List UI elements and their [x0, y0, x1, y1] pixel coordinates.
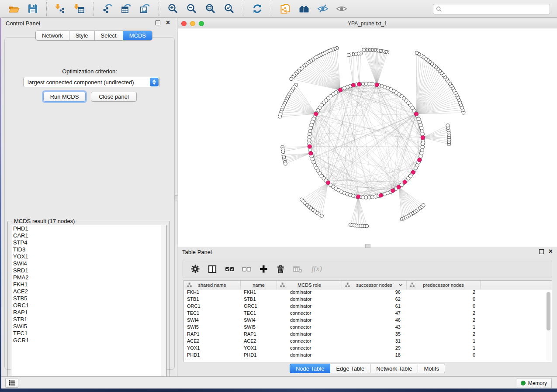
column-header-predecessor-nodes[interactable]: predecessor nodes [407, 281, 481, 289]
mcds-node-item[interactable]: SRD1 [11, 267, 166, 274]
cell-successor_nodes: 18 [342, 352, 407, 359]
table-panel-close-button[interactable]: × [549, 248, 553, 255]
import-network-icon[interactable] [55, 3, 66, 15]
clone-network-icon[interactable] [279, 3, 291, 15]
mcds-result-list[interactable]: PHD1CAR1STP4TID3YOX1SWI4SRD1PMA2FKH1ACE2… [11, 225, 167, 380]
tab-style[interactable]: Style [69, 31, 94, 40]
table-row[interactable]: SWI4SWI4dominator462 [184, 317, 552, 324]
application-window: Control Panel × NetworkStyleSelectMCDS O… [0, 0, 557, 392]
tab-network[interactable]: Network [36, 31, 69, 40]
memory-button[interactable]: Memory [517, 378, 552, 388]
mcds-node-item[interactable]: GCR1 [11, 337, 166, 344]
search-input[interactable] [442, 5, 547, 14]
network-canvas[interactable] [178, 28, 557, 247]
close-panel-button[interactable]: Close panel [91, 92, 137, 102]
hide-selected-icon[interactable] [317, 3, 329, 15]
run-mcds-button[interactable]: Run MCDS [43, 92, 86, 102]
cell-mcds_role: dominator [277, 352, 342, 359]
delete-column-icon[interactable] [275, 264, 286, 274]
tab-edge-table[interactable]: Edge Table [330, 364, 370, 373]
cell-shared_name: YOX1 [184, 345, 241, 352]
mcds-node-item[interactable]: STB5 [11, 295, 166, 302]
zoom-selected-icon[interactable] [223, 3, 235, 15]
mcds-node-item[interactable]: ORC1 [11, 302, 166, 309]
table-row[interactable]: FKH1FKH1dominator962 [184, 289, 552, 296]
cell-predecessor_nodes: 1 [407, 345, 481, 352]
tab-select[interactable]: Select [94, 31, 123, 40]
network-window-titlebar[interactable]: YPA_prune.txt_1 [178, 19, 557, 28]
select-all-checks-icon[interactable] [224, 264, 235, 274]
zoom-fit-icon[interactable] [204, 3, 216, 15]
cell-predecessor_nodes: 0 [407, 296, 481, 303]
save-session-icon[interactable] [27, 3, 38, 15]
column-header-name[interactable]: name [241, 281, 277, 289]
add-column-icon[interactable] [258, 264, 269, 274]
open-file-icon[interactable] [8, 3, 20, 15]
table-row[interactable]: STB1STB1dominator620 [184, 296, 552, 303]
table-panel-float-button[interactable] [539, 249, 544, 254]
refresh-icon[interactable] [251, 3, 263, 15]
mcds-node-item[interactable]: SWI4 [11, 260, 166, 267]
column-header-successor-nodes[interactable]: successor nodes [342, 281, 407, 289]
export-image-icon[interactable] [139, 3, 151, 15]
table-row[interactable]: RAP1RAP1dominator352 [184, 331, 552, 338]
column-header-MCDS-role[interactable]: MCDS role [277, 281, 342, 289]
table-scrollbar[interactable] [546, 291, 551, 361]
table-row[interactable]: SWI5SWI5connector431 [184, 324, 552, 331]
horizontal-splitter-handle[interactable] [365, 244, 370, 248]
tab-node-table[interactable]: Node Table [290, 364, 331, 373]
cell-predecessor_nodes: 2 [407, 310, 481, 317]
mcds-node-item[interactable]: ACE2 [11, 288, 166, 295]
mcds-list-scrollbar[interactable] [161, 225, 166, 379]
tab-mcds[interactable]: MCDS [123, 31, 152, 40]
mcds-node-item[interactable]: PMA2 [11, 274, 166, 281]
control-panel-float-button[interactable] [156, 21, 160, 25]
control-panel-close-button[interactable]: × [166, 19, 170, 27]
status-bar: Memory [0, 376, 557, 389]
cell-successor_nodes: 31 [342, 338, 407, 345]
split-columns-icon[interactable] [207, 264, 218, 274]
unselect-all-checks-icon[interactable] [241, 264, 252, 274]
search-box[interactable] [433, 4, 550, 14]
toolbar-separator [46, 2, 47, 16]
zoom-in-icon[interactable] [167, 3, 179, 15]
table-row[interactable]: TEC1TEC1connector472 [184, 310, 552, 317]
first-neighbors-icon[interactable] [298, 3, 310, 15]
settings-gear-icon[interactable] [190, 264, 201, 274]
mcds-result-group: MCDS result (17 nodes) PHD1CAR1STP4TID3Y… [7, 221, 170, 383]
cell-shared_name: RAP1 [184, 331, 241, 338]
table-row[interactable]: YOX1YOX1connector291 [184, 345, 552, 352]
cell-name: STB1 [241, 296, 277, 303]
table-row[interactable]: ACE2ACE2connector311 [184, 338, 552, 345]
column-header-shared-name[interactable]: shared name [184, 281, 241, 289]
task-history-button[interactable] [5, 378, 18, 388]
mcds-node-item[interactable]: SWI5 [11, 323, 166, 330]
zoom-out-icon[interactable] [186, 3, 197, 15]
mcds-node-item[interactable]: PHD1 [11, 225, 166, 232]
cell-mcds_role: dominator [277, 289, 342, 296]
tab-motifs[interactable]: Motifs [418, 364, 445, 373]
cell-shared_name: SWI4 [184, 317, 241, 324]
cell-predecessor_nodes: 1 [407, 324, 481, 331]
mcds-node-item[interactable]: CAR1 [11, 232, 166, 239]
table-row[interactable]: PHD1PHD1dominator180 [184, 352, 552, 359]
import-table-icon[interactable] [73, 3, 85, 15]
mcds-node-item[interactable]: STP4 [11, 239, 166, 246]
table-row[interactable]: ORC1ORC1dominator610 [184, 303, 552, 310]
table-scrollbar-thumb[interactable] [547, 292, 550, 330]
mcds-node-item[interactable]: YOX1 [11, 253, 166, 260]
tab-network-table[interactable]: Network Table [370, 364, 418, 373]
mcds-node-item[interactable]: STB1 [11, 316, 166, 323]
show-all-icon[interactable] [336, 3, 347, 15]
vertical-splitter-handle[interactable] [174, 195, 178, 200]
optimization-criterion-select[interactable]: largest connected component (undirected) [23, 77, 160, 87]
delete-table-icon [292, 264, 303, 274]
export-network-icon[interactable] [101, 3, 113, 15]
mcds-node-item[interactable]: RAP1 [11, 309, 166, 316]
mcds-node-item[interactable]: TID3 [11, 246, 166, 253]
mcds-node-item[interactable]: TEC1 [11, 330, 166, 337]
function-builder-icon: f(x) [309, 264, 324, 274]
toolbar-separator [243, 2, 243, 16]
mcds-node-item[interactable]: FKH1 [11, 281, 166, 288]
export-table-icon[interactable] [120, 3, 132, 15]
